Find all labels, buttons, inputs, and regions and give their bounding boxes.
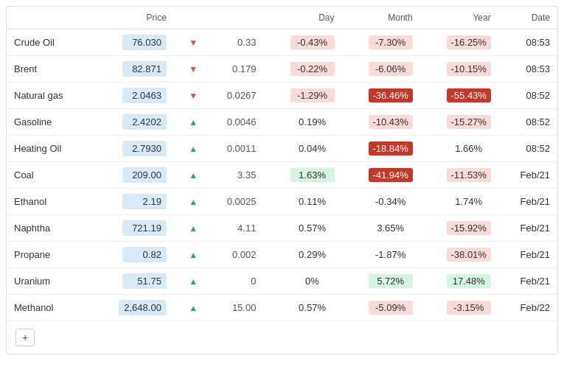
month-change: 3.65%: [342, 215, 420, 242]
month-change: -0.34%: [342, 189, 420, 215]
day-change: 0.04%: [263, 136, 341, 162]
date-value: Feb/22: [498, 295, 557, 321]
change-value: 0.002: [205, 242, 263, 268]
up-arrow-icon: ▲: [189, 276, 198, 287]
change-value: 15.00: [205, 295, 263, 321]
date-value: Feb/21: [498, 268, 557, 295]
change-value: 3.35: [205, 162, 263, 189]
table-row[interactable]: Natural gas 2.0463 ▼ 0.0267 -1.29% -36.4…: [7, 83, 557, 109]
col-header-year: Year: [420, 7, 498, 29]
date-value: 08:52: [498, 136, 557, 162]
direction-arrow: ▼: [174, 56, 205, 83]
year-change: 17.48%: [420, 268, 498, 295]
commodities-table-container: Price Day Month Year Date Crude Oil 76.0…: [6, 6, 558, 354]
direction-arrow: ▲: [174, 268, 205, 295]
up-arrow-icon: ▲: [189, 117, 198, 127]
commodity-name: Natural gas: [7, 83, 91, 109]
commodity-price: 2,648.00: [91, 295, 174, 321]
direction-arrow: ▼: [174, 29, 205, 56]
commodity-price: 76.030: [91, 29, 174, 56]
commodity-name: Crude Oil: [7, 29, 91, 56]
date-value: Feb/21: [498, 189, 557, 215]
commodity-name: Coal: [7, 162, 91, 189]
commodity-price: 2.0463: [91, 83, 174, 109]
day-change: -1.29%: [263, 83, 341, 109]
table-row[interactable]: Crude Oil 76.030 ▼ 0.33 -0.43% -7.30% -1…: [7, 29, 557, 56]
down-arrow-icon: ▼: [189, 38, 198, 48]
change-value: 0.33: [205, 29, 263, 56]
change-value: 4.11: [205, 215, 263, 242]
month-change: -36.46%: [342, 83, 420, 109]
change-value: 0.0267: [205, 83, 263, 109]
date-value: Feb/21: [498, 242, 557, 268]
year-change: -55.43%: [420, 83, 498, 109]
year-change: -3.15%: [420, 295, 498, 321]
direction-arrow: ▲: [174, 109, 205, 136]
commodity-name: Naphtha: [7, 215, 91, 242]
commodity-name: Propane: [7, 242, 91, 268]
add-row-button[interactable]: +: [15, 329, 35, 346]
table-row[interactable]: Uranium 51.75 ▲ 0 0% 5.72% 17.48% Feb/21: [7, 268, 557, 295]
direction-arrow: ▲: [174, 242, 205, 268]
col-header-month: Month: [342, 7, 420, 29]
month-change: 5.72%: [342, 268, 420, 295]
col-header-change: [205, 7, 263, 29]
col-header-dir: [174, 7, 205, 29]
change-value: 0.0046: [205, 109, 263, 136]
day-change: 0.19%: [263, 109, 341, 136]
month-change: -41.94%: [342, 162, 420, 189]
date-value: Feb/21: [498, 162, 557, 189]
table-row[interactable]: Methanol 2,648.00 ▲ 15.00 0.57% -5.09% -…: [7, 295, 557, 321]
change-value: 0.179: [205, 56, 263, 83]
table-row[interactable]: Brent 82.871 ▼ 0.179 -0.22% -6.06% -10.1…: [7, 56, 557, 83]
date-value: Feb/21: [498, 215, 557, 242]
day-change: 0.11%: [263, 189, 341, 215]
table-footer-row: +: [7, 321, 557, 354]
year-change: -15.27%: [420, 109, 498, 136]
date-value: 08:53: [498, 29, 557, 56]
month-change: -10.43%: [342, 109, 420, 136]
direction-arrow: ▼: [174, 83, 205, 109]
table-row[interactable]: Propane 0.82 ▲ 0.002 0.29% -1.87% -38.01…: [7, 242, 557, 268]
up-arrow-icon: ▲: [189, 303, 198, 313]
commodity-name: Heating Oil: [7, 136, 91, 162]
commodity-price: 209.00: [91, 162, 174, 189]
col-header-price: Price: [91, 7, 174, 29]
direction-arrow: ▲: [174, 189, 205, 215]
commodity-price: 82.871: [91, 56, 174, 83]
change-value: 0: [205, 268, 263, 295]
table-row[interactable]: Heating Oil 2.7930 ▲ 0.0011 0.04% -18.84…: [7, 136, 557, 162]
direction-arrow: ▲: [174, 162, 205, 189]
day-change: -0.22%: [263, 56, 341, 83]
day-change: 0.29%: [263, 242, 341, 268]
direction-arrow: ▲: [174, 295, 205, 321]
commodity-price: 51.75: [91, 268, 174, 295]
year-change: 1.66%: [420, 136, 498, 162]
table-row[interactable]: Ethanol 2.19 ▲ 0.0025 0.11% -0.34% 1.74%…: [7, 189, 557, 215]
commodity-price: 2.7930: [91, 136, 174, 162]
month-change: -5.09%: [342, 295, 420, 321]
commodity-price: 0.82: [91, 242, 174, 268]
year-change: 1.74%: [420, 189, 498, 215]
commodity-price: 2.4202: [91, 109, 174, 136]
table-row[interactable]: Gasoline 2.4202 ▲ 0.0046 0.19% -10.43% -…: [7, 109, 557, 136]
up-arrow-icon: ▲: [189, 170, 198, 181]
month-change: -7.30%: [342, 29, 420, 56]
year-change: -11.53%: [420, 162, 498, 189]
commodity-name: Brent: [7, 56, 91, 83]
commodity-name: Methanol: [7, 295, 91, 321]
table-row[interactable]: Naphtha 721.19 ▲ 4.11 0.57% 3.65% -15.92…: [7, 215, 557, 242]
day-change: -0.43%: [263, 29, 341, 56]
col-header-name: [7, 7, 91, 29]
col-header-date: Date: [498, 7, 557, 29]
day-change: 0.57%: [263, 215, 341, 242]
commodity-price: 2.19: [91, 189, 174, 215]
change-value: 0.0025: [205, 189, 263, 215]
date-value: 08:52: [498, 83, 557, 109]
up-arrow-icon: ▲: [189, 144, 198, 154]
commodity-name: Uranium: [7, 268, 91, 295]
table-row[interactable]: Coal 209.00 ▲ 3.35 1.63% -41.94% -11.53%…: [7, 162, 557, 189]
up-arrow-icon: ▲: [189, 197, 198, 207]
direction-arrow: ▲: [174, 215, 205, 242]
commodities-table: Price Day Month Year Date Crude Oil 76.0…: [7, 7, 557, 354]
